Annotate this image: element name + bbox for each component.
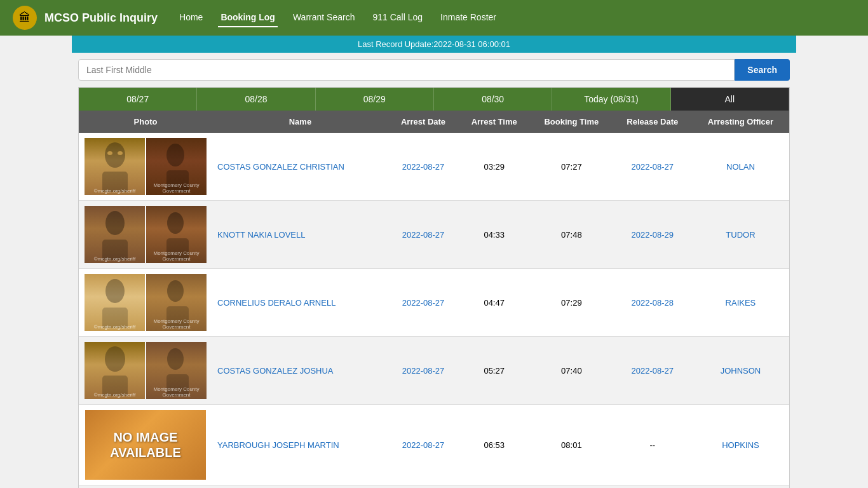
arrest-date-3[interactable]: 2022-08-27	[388, 269, 458, 337]
officer-5[interactable]: HOPKINS	[692, 405, 789, 485]
tab-0830[interactable]: 08/30	[434, 88, 552, 111]
arrest-time-3: 04:47	[458, 269, 530, 337]
officer-2[interactable]: TUDOR	[692, 201, 789, 269]
arrest-date-4[interactable]: 2022-08-27	[388, 337, 458, 405]
col-name: Name	[212, 111, 388, 133]
search-button[interactable]: Search	[735, 59, 790, 81]
svg-point-2	[107, 151, 112, 155]
table-row: ©mcgtn.org/sheriff Montgomery County Gov…	[79, 133, 789, 201]
table-row: ©mcgtn.org/sheriff Montgomery County Gov…	[79, 337, 789, 405]
no-image-text: NO IMAGEAVAILABLE	[110, 430, 180, 460]
arrest-date-5[interactable]: 2022-08-27	[388, 405, 458, 485]
search-bar: Search	[78, 59, 790, 81]
navbar: 🏛 MCSO Public Inquiry Home Booking Log W…	[0, 0, 868, 36]
table-row: ©mcgtn.org/sheriff Montgomery County Gov…	[79, 485, 789, 489]
mugshot-side-3: Montgomery County Government	[146, 274, 207, 331]
col-officer: Arresting Officer	[692, 111, 789, 133]
nav-inmate-roster[interactable]: Inmate Roster	[438, 8, 499, 27]
booking-time-6: 08:48	[530, 485, 613, 489]
release-date-2[interactable]: 2022-08-29	[613, 201, 692, 269]
photo-cell-5: NO IMAGEAVAILABLE	[79, 405, 212, 485]
table-row: ©mcgtn.org/sheriff Montgomery County Gov…	[79, 201, 789, 269]
photo-cell-3: ©mcgtn.org/sheriff Montgomery County Gov…	[79, 269, 212, 337]
person-silhouette	[96, 277, 134, 328]
table-row: ©mcgtn.org/sheriff Montgomery County Gov…	[79, 269, 789, 337]
table-header-row: Photo Name Arrest Date Arrest Time Booki…	[79, 111, 789, 133]
release-date-5: --	[613, 405, 692, 485]
photo-cell-1: ©mcgtn.org/sheriff Montgomery County Gov…	[79, 133, 212, 201]
svg-point-10	[105, 279, 125, 303]
booking-time-2: 07:48	[530, 201, 613, 269]
svg-point-14	[105, 346, 125, 372]
tab-0829[interactable]: 08/29	[316, 88, 434, 111]
booking-table: Photo Name Arrest Date Arrest Time Booki…	[79, 111, 789, 488]
col-arrest-date: Arrest Date	[388, 111, 458, 133]
release-date-1[interactable]: 2022-08-27	[613, 133, 692, 201]
table-row: NO IMAGEAVAILABLE YARBROUGH JOSEPH MARTI…	[79, 405, 789, 485]
mugshot-front-2: ©mcgtn.org/sheriff	[85, 206, 145, 263]
date-tabs: 08/27 08/28 08/29 08/30 Today (08/31) Al…	[79, 88, 789, 111]
search-input[interactable]	[78, 59, 735, 81]
photo-cell-2: ©mcgtn.org/sheriff Montgomery County Gov…	[79, 201, 212, 269]
photo-cell-6: ©mcgtn.org/sheriff Montgomery County Gov…	[79, 485, 212, 489]
name-cell-2[interactable]: KNOTT NAKIA LOVELL	[212, 201, 388, 269]
person-silhouette	[96, 345, 134, 396]
svg-point-3	[118, 151, 123, 155]
inmate-name-1[interactable]: COSTAS GONZALEZ CHRISTIAN	[217, 162, 344, 172]
officer-3[interactable]: RAIKES	[692, 269, 789, 337]
mugshot-side-4: Montgomery County Government	[146, 342, 207, 399]
svg-point-16	[167, 348, 184, 370]
inmate-name-5[interactable]: YARBROUGH JOSEPH MARTIN	[217, 440, 339, 450]
person-silhouette	[96, 209, 134, 260]
svg-point-8	[167, 212, 184, 234]
release-date-6[interactable]: 2022-08-29	[613, 485, 692, 489]
name-cell-1[interactable]: COSTAS GONZALEZ CHRISTIAN	[212, 133, 388, 201]
nav-booking-log[interactable]: Booking Log	[218, 8, 278, 27]
svg-point-0	[105, 142, 125, 168]
no-image-placeholder: NO IMAGEAVAILABLE	[85, 410, 206, 480]
arrest-time-6: 07:59	[458, 485, 530, 489]
tab-today[interactable]: Today (08/31)	[552, 88, 670, 111]
arrest-date-1[interactable]: 2022-08-27	[388, 133, 458, 201]
arrest-date-2[interactable]: 2022-08-27	[388, 201, 458, 269]
release-date-4[interactable]: 2022-08-27	[613, 337, 692, 405]
arrest-time-1: 03:29	[458, 133, 530, 201]
officer-6[interactable]: ARAGON	[692, 485, 789, 489]
inmate-name-2[interactable]: KNOTT NAKIA LOVELL	[217, 230, 305, 240]
inmate-name-3[interactable]: CORNELIUS DERALO ARNELL	[217, 298, 336, 308]
inmate-name-4[interactable]: COSTAS GONZALEZ JOSHUA	[217, 366, 334, 376]
name-cell-4[interactable]: COSTAS GONZALEZ JOSHUA	[212, 337, 388, 405]
nav-911-call-log[interactable]: 911 Call Log	[370, 8, 425, 27]
col-release-date: Release Date	[613, 111, 692, 133]
tab-0827[interactable]: 08/27	[79, 88, 197, 111]
col-arrest-time: Arrest Time	[458, 111, 530, 133]
name-cell-3[interactable]: CORNELIUS DERALO ARNELL	[212, 269, 388, 337]
app-title: MCSO Public Inquiry	[44, 11, 158, 25]
svg-point-6	[105, 211, 125, 235]
arrest-time-2: 04:33	[458, 201, 530, 269]
nav-warrant-search[interactable]: Warrant Search	[290, 8, 358, 27]
mugshot-front-3: ©mcgtn.org/sheriff	[85, 274, 145, 331]
booking-time-1: 07:27	[530, 133, 613, 201]
officer-1[interactable]: NOLAN	[692, 133, 789, 201]
svg-point-12	[167, 280, 184, 302]
release-date-3[interactable]: 2022-08-28	[613, 269, 692, 337]
tab-0828[interactable]: 08/28	[197, 88, 315, 111]
photo-cell-4: ©mcgtn.org/sheriff Montgomery County Gov…	[79, 337, 212, 405]
officer-4[interactable]: JOHNSON	[692, 337, 789, 405]
name-cell-5[interactable]: YARBROUGH JOSEPH MARTIN	[212, 405, 388, 485]
arrest-time-4: 05:27	[458, 337, 530, 405]
mugshot-side-2: Montgomery County Government	[146, 206, 207, 263]
person-silhouette	[96, 141, 134, 192]
svg-point-4	[166, 144, 184, 166]
update-banner: Last Record Update:2022-08-31 06:00:01	[72, 36, 796, 53]
name-cell-6[interactable]: LOERA AMY	[212, 485, 388, 489]
nav-links: Home Booking Log Warrant Search 911 Call…	[177, 8, 499, 27]
mugshot-side-1: Montgomery County Government	[146, 138, 207, 195]
booking-time-3: 07:29	[530, 269, 613, 337]
nav-home[interactable]: Home	[177, 8, 205, 27]
booking-time-4: 07:40	[530, 337, 613, 405]
tab-all[interactable]: All	[671, 88, 789, 111]
booking-table-container: 08/27 08/28 08/29 08/30 Today (08/31) Al…	[78, 87, 790, 488]
arrest-date-6[interactable]: 2022-08-27	[388, 485, 458, 489]
